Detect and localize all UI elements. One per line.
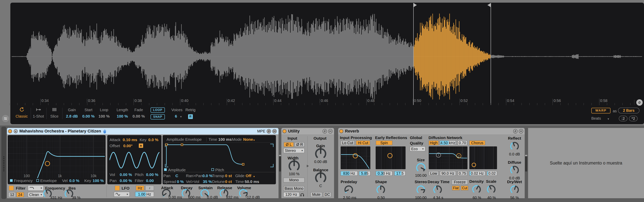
reverb-spin-toggle[interactable]: Spin bbox=[376, 141, 392, 145]
lfo-pitch-value[interactable]: 0.00 % bbox=[146, 172, 158, 177]
utility-bass-freq-box[interactable]: 120 Hz bbox=[284, 192, 299, 197]
lfo-rate-box[interactable]: 1.00 Hz bbox=[135, 192, 154, 197]
param-value-fade[interactable]: 0.00 % bbox=[129, 114, 148, 119]
sample-mode-one-shot[interactable]: 1-Shot bbox=[31, 114, 46, 119]
adsr-release-value[interactable]: 832 ms bbox=[226, 195, 239, 200]
reverb-density-knob[interactable] bbox=[471, 184, 482, 195]
reverb-lo-cut-toggle[interactable]: Lo Cut bbox=[341, 141, 354, 145]
voices-value[interactable]: 6 bbox=[172, 114, 180, 119]
lfo-key-value[interactable]: 0.0 % bbox=[148, 137, 158, 142]
reverb-stereo-knob[interactable] bbox=[415, 184, 426, 195]
env-gtime-value[interactable]: 50.0 ms bbox=[245, 179, 259, 184]
warp-length-chip[interactable]: 2 Bars bbox=[618, 108, 640, 113]
env-detune-value[interactable]: 0 ct bbox=[225, 179, 232, 184]
lfo-pan-value[interactable]: 0.00 % bbox=[120, 178, 132, 183]
reverb-density-value[interactable]: 60 % bbox=[469, 195, 484, 200]
hot-swap-icon[interactable] bbox=[267, 129, 271, 133]
save-preset-icon[interactable] bbox=[328, 129, 332, 133]
env-transp-value[interactable]: 0 st bbox=[225, 173, 232, 178]
snap-toggle-button[interactable]: SNAP bbox=[150, 114, 165, 119]
filter-on-toggle[interactable] bbox=[9, 186, 14, 190]
envelope-amplitude-tab-swatch[interactable] bbox=[164, 168, 167, 171]
envelope-handle[interactable] bbox=[242, 163, 244, 165]
filter-slope-12[interactable]: 12 bbox=[8, 192, 16, 197]
reverb-shape-value[interactable]: 0.50 bbox=[374, 195, 388, 200]
reverb-low-freq-box[interactable]: 90.0 Hz bbox=[440, 171, 456, 176]
warp-mode-dropdown-arrow[interactable]: ▼ bbox=[607, 117, 610, 122]
utility-device-titlebar[interactable]: Utility bbox=[281, 128, 334, 134]
envelope-pitch-tab[interactable]: Pitch bbox=[215, 167, 224, 172]
lfo-vol-value[interactable]: 0.00 % bbox=[120, 172, 132, 177]
filter-key-value[interactable]: 100 % bbox=[92, 178, 104, 183]
utility-width-value[interactable]: 100 % bbox=[286, 171, 302, 176]
reverb-quality-dropdown[interactable]: Eco▼ bbox=[410, 146, 425, 151]
simpler-fold-icon[interactable]: ▲ bbox=[14, 129, 18, 133]
sample-start-marker[interactable] bbox=[414, 3, 417, 7]
reverb-stereo-value[interactable]: 100.00 bbox=[413, 195, 428, 200]
filter-type-dropdown[interactable]: ▼ bbox=[28, 185, 44, 191]
reverb-dry-wet-knob[interactable] bbox=[509, 184, 520, 195]
param-value-loop[interactable]: 100 % bbox=[95, 114, 114, 119]
reverb-predelay-knob[interactable] bbox=[343, 184, 354, 195]
reverb-flat-toggle[interactable]: Flat bbox=[452, 186, 460, 190]
filter-slope-24[interactable]: 24 bbox=[16, 192, 24, 197]
reverb-diffusion-eq-display[interactable]: 12 bbox=[429, 146, 468, 169]
env-velvol-value[interactable]: 35 % bbox=[203, 179, 212, 184]
lfo-filter-value[interactable]: 0.00 bbox=[146, 178, 154, 183]
reverb-device-titlebar[interactable]: Reverb bbox=[338, 128, 525, 134]
env-glide-value[interactable]: Off bbox=[246, 173, 251, 178]
save-preset-icon[interactable] bbox=[272, 129, 277, 133]
utility-balance-knob[interactable] bbox=[314, 171, 328, 185]
lfo-shape-dropdown[interactable]: ▼ bbox=[114, 192, 130, 197]
reverb-reflect-knob[interactable] bbox=[509, 141, 520, 152]
save-preset-icon[interactable] bbox=[519, 129, 523, 133]
sample-waveform-display[interactable] bbox=[10, 3, 644, 124]
reverb-chorus-display[interactable] bbox=[469, 146, 497, 169]
utility-bass-mono-button[interactable]: Bass Mono bbox=[284, 186, 304, 191]
device-view-handle[interactable] bbox=[1, 127, 6, 199]
simpler-device-activator[interactable] bbox=[8, 129, 12, 133]
utility-phase-right-toggle[interactable]: Ø R bbox=[295, 142, 304, 147]
reverb-size-value[interactable]: 100.00 bbox=[413, 173, 428, 178]
reverb-input-q-box[interactable]: 5.85 bbox=[359, 171, 370, 176]
filter-frequency-handle[interactable] bbox=[45, 161, 50, 166]
sample-mode-slice[interactable]: Slice bbox=[47, 114, 62, 119]
utility-width-knob[interactable] bbox=[287, 159, 301, 173]
reverb-spin-rate-box[interactable]: 0.30 Hz bbox=[376, 171, 392, 176]
reverb-hi-cut-toggle[interactable]: Hi Cut bbox=[356, 141, 370, 145]
warp-half-button[interactable]: :2 bbox=[619, 116, 628, 121]
simpler-device-titlebar[interactable]: ▲ Mahavishnu Orchestra - Planetary Citiz… bbox=[7, 128, 278, 134]
reverb-predelay-value[interactable]: 2.50 ms bbox=[341, 195, 358, 200]
utility-mute-button[interactable]: Mute bbox=[310, 192, 322, 197]
reverb-device-activator[interactable] bbox=[339, 129, 343, 133]
lfo-sync-mode-button[interactable]: ♪ bbox=[145, 186, 154, 190]
reverb-high-freq-box[interactable]: 4.50 kHz bbox=[440, 141, 456, 145]
reverb-input-filter-display[interactable] bbox=[341, 146, 370, 169]
envelope-handle[interactable] bbox=[181, 144, 183, 146]
sample-end-marker[interactable] bbox=[488, 3, 491, 7]
warp-mode-select[interactable]: Beats bbox=[591, 116, 601, 121]
utility-gain-knob[interactable] bbox=[314, 147, 328, 160]
hot-swap-icon[interactable] bbox=[513, 129, 518, 133]
mpe-label[interactable]: MPE bbox=[257, 129, 265, 134]
env-pan-value[interactable]: C bbox=[176, 173, 178, 178]
reverb-decay-time-knob[interactable] bbox=[432, 184, 443, 195]
loop-toggle-button[interactable]: LOOP bbox=[150, 107, 165, 113]
lfo-hz-mode-button[interactable]: Hz bbox=[136, 186, 144, 190]
utility-phase-left-toggle[interactable]: Ø L bbox=[284, 142, 294, 147]
revert-icon[interactable] bbox=[636, 99, 643, 106]
filter-legend-frequency-swatch[interactable] bbox=[10, 179, 12, 182]
reverb-spin-amount-box[interactable]: 17.5 bbox=[394, 171, 405, 176]
envelope-pitch-tab-swatch[interactable] bbox=[211, 168, 214, 171]
envelope-mode-value[interactable]: None bbox=[243, 137, 253, 142]
reverb-shape-knob[interactable] bbox=[375, 184, 386, 195]
reverb-low-q-box[interactable]: 0.75 bbox=[458, 171, 467, 176]
reverb-diffuse-knob[interactable] bbox=[509, 164, 520, 176]
filter-res-value[interactable]: 39 % bbox=[72, 195, 80, 200]
reverb-scale-value[interactable]: 40 % bbox=[484, 195, 499, 200]
warp-double-button[interactable]: *2 bbox=[629, 116, 638, 121]
filter-frequency-value[interactable]: 431 Hz bbox=[50, 195, 62, 200]
reverb-low-shelf-toggle[interactable]: Low bbox=[429, 171, 438, 176]
reverb-chorus-toggle[interactable]: Chorus bbox=[469, 141, 485, 145]
reverb-chorus-rate-box[interactable]: 0.02 Hz bbox=[469, 171, 485, 176]
